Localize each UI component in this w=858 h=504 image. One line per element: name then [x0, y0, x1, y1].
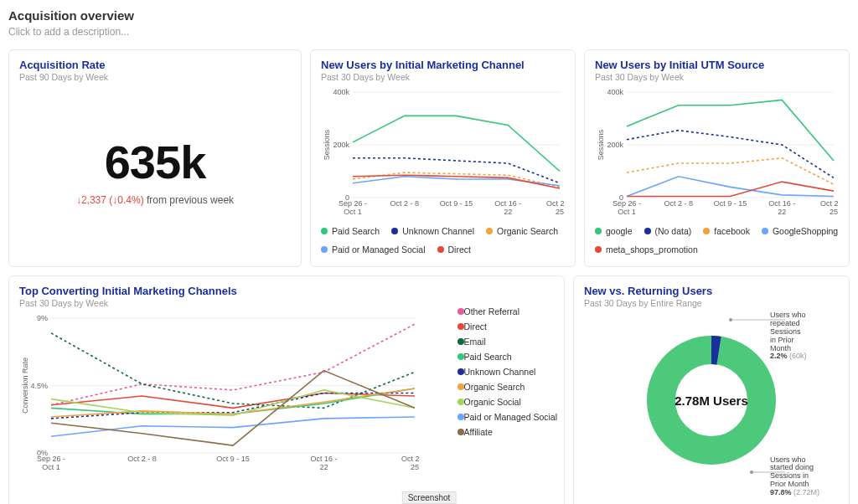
legend-dot-icon: [321, 228, 328, 234]
legend-item[interactable]: Direct: [457, 321, 558, 332]
line-chart: 0%4.5%9%Conversion RateSep 26 -Oct 1Oct …: [19, 313, 420, 476]
svg-text:Oct 16 -22: Oct 16 -22: [494, 199, 521, 216]
panel-title: New Users by Initial UTM Source: [595, 59, 839, 71]
legend-dot-icon: [457, 399, 464, 405]
legend-label: Other Referral: [464, 306, 520, 316]
legend-label: Direct: [464, 321, 487, 332]
legend-dot-icon: [391, 228, 398, 234]
legend-label: meta_shops_promotion: [606, 244, 698, 255]
legend-label: Paid or Managed Social: [332, 244, 426, 255]
legend-item[interactable]: Email: [457, 337, 558, 347]
kpi-value: 635k: [105, 135, 206, 189]
legend-dot-icon: [457, 353, 464, 360]
svg-text:Oct 2 - 8: Oct 2 - 8: [127, 455, 157, 463]
line-chart: 0200k400kSessionsSep 26 -Oct 1Oct 2 - 8O…: [595, 87, 839, 221]
legend-item[interactable]: GoogleShopping: [762, 226, 838, 236]
legend-dot-icon: [457, 383, 464, 390]
svg-text:Oct 16 -22: Oct 16 -22: [768, 199, 795, 216]
svg-text:Sep 26 -Oct 1: Sep 26 -Oct 1: [339, 199, 367, 216]
panel-acquisition-rate[interactable]: Acquisition Rate Past 90 Days by Week 63…: [8, 49, 302, 267]
legend-item[interactable]: facebook: [703, 226, 750, 236]
svg-text:Oct 23 -25: Oct 23 -25: [401, 455, 420, 471]
legend-label: facebook: [714, 226, 750, 236]
legend-item[interactable]: google: [595, 226, 633, 236]
legend-item[interactable]: Paid Search: [457, 352, 558, 362]
svg-text:Oct 23 -25: Oct 23 -25: [820, 199, 839, 216]
panel-marketing-channel[interactable]: New Users by Initial Marketing Channel P…: [310, 49, 576, 267]
legend-dot-icon: [321, 246, 328, 253]
svg-point-38: [729, 318, 732, 321]
legend-item[interactable]: Paid Search: [321, 226, 380, 236]
legend-item[interactable]: Organic Social: [457, 397, 558, 407]
legend-item[interactable]: meta_shops_promotion: [595, 244, 698, 255]
svg-text:9%: 9%: [37, 314, 48, 322]
svg-text:400k: 400k: [333, 88, 349, 96]
legend-item[interactable]: Unknown Channel: [457, 367, 558, 377]
legend-label: Affiliate: [464, 427, 493, 437]
panel-subtitle: Past 30 Days by Week: [595, 72, 839, 82]
legend-item[interactable]: Organic Search: [486, 226, 558, 236]
svg-text:Sessions: Sessions: [323, 129, 331, 160]
legend-item[interactable]: Other Referral: [457, 306, 558, 316]
panel-title: New Users by Initial Marketing Channel: [321, 59, 565, 71]
legend-label: Unknown Channel: [402, 226, 474, 236]
svg-text:200k: 200k: [607, 141, 623, 149]
panel-new-vs-returning[interactable]: New vs. Returning Users Past 30 Days by …: [573, 275, 850, 504]
kpi-delta: ↓2,337 (↓0.4%) from previous week: [76, 194, 234, 206]
panel-subtitle: Past 30 Days by Week: [321, 72, 565, 82]
legend-label: Paid Search: [464, 352, 512, 362]
panel-subtitle: Past 90 Days by Week: [19, 72, 291, 82]
legend-item[interactable]: Unknown Channel: [391, 226, 474, 236]
svg-text:Oct 23 -25: Oct 23 -25: [546, 199, 565, 216]
panel-utm-source[interactable]: New Users by Initial UTM Source Past 30 …: [584, 49, 850, 267]
legend-item[interactable]: Organic Search: [457, 382, 558, 392]
svg-text:Oct 9 - 15: Oct 9 - 15: [440, 199, 473, 208]
legend-label: Paid or Managed Social: [464, 412, 558, 422]
legend-label: Organic Search: [497, 226, 558, 236]
panel-title: Acquisition Rate: [19, 59, 291, 71]
svg-text:Sessions: Sessions: [597, 129, 605, 160]
legend-dot-icon: [457, 368, 464, 375]
legend: Other ReferralDirectEmailPaid SearchUnkn…: [457, 306, 558, 437]
svg-text:400k: 400k: [607, 88, 623, 96]
donut-center-label: 2.78M Users: [675, 393, 748, 408]
legend-item[interactable]: Paid or Managed Social: [457, 412, 558, 422]
svg-text:Oct 16 -22: Oct 16 -22: [310, 455, 337, 471]
svg-text:Oct 2 - 8: Oct 2 - 8: [664, 199, 693, 208]
legend-dot-icon: [595, 246, 602, 253]
legend-label: Unknown Channel: [464, 367, 536, 377]
legend-dot-icon: [644, 228, 651, 234]
svg-text:Conversion Rate: Conversion Rate: [21, 357, 29, 414]
legend-dot-icon: [437, 246, 444, 253]
legend-label: GoogleShopping: [773, 226, 838, 236]
legend-dot-icon: [457, 308, 464, 315]
panel-top-converting[interactable]: Top Converting Initial Marketing Channel…: [8, 275, 565, 504]
donut-callout-new: Users who started doing Sessions in Prio…: [770, 456, 837, 497]
legend-dot-icon: [457, 323, 464, 330]
line-chart: 0200k400kSessionsSep 26 -Oct 1Oct 2 - 8O…: [321, 87, 565, 221]
legend-label: (No data): [655, 226, 692, 236]
donut-chart: 2.78M Users Users who repeated Sessions …: [584, 308, 839, 492]
panel-title: Top Converting Initial Marketing Channel…: [19, 285, 554, 297]
legend: Paid SearchUnknown ChannelOrganic Search…: [321, 226, 565, 255]
svg-text:200k: 200k: [333, 141, 349, 149]
legend-dot-icon: [457, 414, 464, 420]
legend-label: Email: [464, 337, 486, 347]
legend-dot-icon: [595, 228, 602, 234]
legend-label: Direct: [448, 244, 471, 255]
svg-text:Oct 9 - 15: Oct 9 - 15: [714, 199, 747, 208]
legend-dot-icon: [703, 228, 710, 234]
legend-dot-icon: [457, 338, 464, 345]
svg-text:Sep 26 -Oct 1: Sep 26 -Oct 1: [612, 199, 641, 216]
legend-item[interactable]: (No data): [644, 226, 692, 236]
legend-item[interactable]: Direct: [437, 244, 471, 255]
legend-item[interactable]: Affiliate: [457, 427, 558, 437]
panel-subtitle: Past 30 Days by Entire Range: [584, 298, 839, 308]
legend-item[interactable]: Paid or Managed Social: [321, 244, 426, 255]
legend: google(No data)facebookGoogleShoppingmet…: [595, 226, 839, 255]
legend-label: Organic Social: [464, 397, 521, 407]
legend-label: Organic Search: [464, 382, 525, 392]
legend-dot-icon: [486, 228, 493, 234]
page-description-placeholder[interactable]: Click to add a description...: [8, 26, 850, 38]
legend-dot-icon: [762, 228, 768, 234]
